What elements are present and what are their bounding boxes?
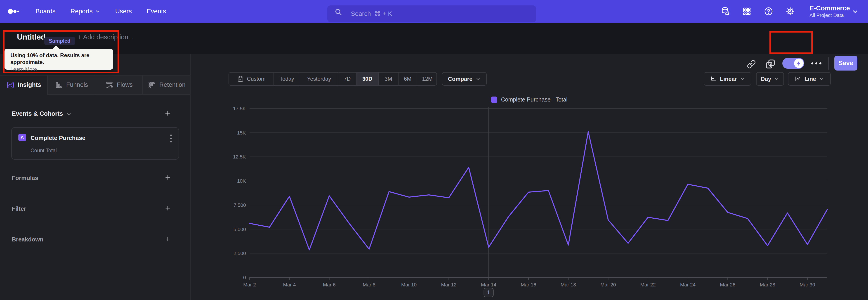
apps-grid-icon[interactable] xyxy=(742,6,752,16)
settings-gear-icon[interactable] xyxy=(785,6,795,16)
sampling-tooltip: Using 10% of data. Results are approxima… xyxy=(4,49,113,70)
sidebar-section-breakdown: Breakdown xyxy=(0,235,191,244)
add-filter-button[interactable] xyxy=(164,204,172,212)
nav-item-reports[interactable]: Reports xyxy=(70,8,100,15)
query-builder-sidebar: InsightsFunnelsFlowsRetention Events & C… xyxy=(0,54,191,300)
legend-swatch xyxy=(491,96,497,103)
settings-gear-icon-button[interactable] xyxy=(785,6,795,16)
y-tick-label: 0 xyxy=(243,275,246,280)
project-chevron-down-icon[interactable] xyxy=(852,8,859,16)
add-description-field[interactable]: + Add description... xyxy=(78,33,133,41)
x-tick-label: Mar 14 xyxy=(481,282,496,288)
event-series-badge: A xyxy=(18,133,26,141)
data-management-icon-button[interactable] xyxy=(720,6,730,16)
y-tick-label: 17.5K xyxy=(233,106,246,112)
nav-item-users[interactable]: Users xyxy=(115,8,132,15)
x-tick-label: Mar 24 xyxy=(680,282,695,288)
x-tick-label: Mar 4 xyxy=(283,282,296,288)
chart-type-dropdown[interactable]: Line xyxy=(788,72,831,86)
x-tick-label: Mar 30 xyxy=(800,282,815,288)
project-scope: All Project Data xyxy=(809,12,850,19)
legend-series-label: Complete Purchase - Total xyxy=(501,96,567,103)
interval-dropdown[interactable]: Day xyxy=(756,72,784,86)
insights-icon xyxy=(6,81,15,89)
tab-retention[interactable]: Retention xyxy=(143,76,190,95)
date-range-control: CustomTodayYesterday7D30D3M6M12M xyxy=(228,72,437,86)
line-chart-icon xyxy=(795,76,801,82)
event-options-button[interactable] xyxy=(169,133,173,143)
insights-report-page: BoardsReportsUsersEvents E-Commerce All … xyxy=(0,0,868,300)
funnels-icon xyxy=(55,81,63,89)
nav-item-boards[interactable]: Boards xyxy=(35,8,56,15)
y-tick-label: 5,000 xyxy=(234,227,246,232)
x-tick-label: Mar 20 xyxy=(600,282,616,288)
mixpanel-logo-icon[interactable] xyxy=(8,0,24,23)
chart-panel: CustomTodayYesterday7D30D3M6M12M Compare… xyxy=(191,54,868,300)
tab-insights[interactable]: Insights xyxy=(0,76,47,95)
nav-menu: BoardsReportsUsersEvents xyxy=(35,0,166,23)
chevron-down-icon xyxy=(819,77,824,81)
tab-flows[interactable]: Flows xyxy=(95,76,143,95)
compare-dropdown[interactable]: Compare xyxy=(442,72,487,86)
x-tick-label: Mar 16 xyxy=(521,282,536,288)
event-card-complete-purchase[interactable]: A Complete Purchase Count Total xyxy=(11,127,179,160)
range-today[interactable]: Today xyxy=(274,72,300,85)
help-icon-button[interactable] xyxy=(764,6,774,16)
y-tick-label: 15K xyxy=(237,130,246,136)
range-12m[interactable]: 12M xyxy=(417,72,437,85)
project-name: E-Commerce xyxy=(809,4,850,12)
range-yesterday[interactable]: Yesterday xyxy=(300,72,338,85)
linear-axis-icon xyxy=(710,76,717,82)
x-tick-label: Mar 26 xyxy=(720,282,735,288)
line-chart[interactable]: Mar 2Mar 4Mar 6Mar 8Mar 10Mar 12Mar 14Ma… xyxy=(191,106,868,300)
y-tick-label: 7,500 xyxy=(234,202,246,208)
x-tick-label: Mar 22 xyxy=(640,282,656,288)
x-tick-label: Mar 6 xyxy=(323,282,336,288)
x-tick-label: Mar 2 xyxy=(243,282,256,288)
x-tick-label: Mar 8 xyxy=(363,282,375,288)
range-3m[interactable]: 3M xyxy=(378,72,398,85)
sidebar-section-formulas: Formulas xyxy=(0,174,191,183)
chevron-down-icon xyxy=(475,77,480,81)
tab-funnels[interactable]: Funnels xyxy=(47,76,95,95)
chart-legend[interactable]: Complete Purchase - Total xyxy=(191,96,868,103)
add-event-button[interactable] xyxy=(164,110,172,117)
chevron-down-icon xyxy=(740,77,745,81)
x-tick-label: Mar 12 xyxy=(441,282,456,288)
report-title-bar: Untitled Sampled + Add description... xyxy=(0,23,868,54)
help-icon[interactable] xyxy=(764,6,774,16)
nav-item-events[interactable]: Events xyxy=(147,8,166,15)
events-cohorts-label[interactable]: Events & Cohorts xyxy=(12,110,72,117)
top-navbar: BoardsReportsUsersEvents E-Commerce All … xyxy=(0,0,868,23)
scale-dropdown[interactable]: Linear xyxy=(704,72,751,86)
project-selector[interactable]: E-Commerce All Project Data xyxy=(809,0,850,23)
chevron-down-icon xyxy=(95,8,100,14)
events-cohorts-header: Events & Cohorts xyxy=(0,110,191,119)
sampling-tooltip-text: Using 10% of data. Results are approxima… xyxy=(10,52,113,65)
retention-icon xyxy=(148,81,156,89)
sampled-badge[interactable]: Sampled xyxy=(44,37,75,45)
range-7d[interactable]: 7D xyxy=(338,72,356,85)
chevron-down-icon xyxy=(66,111,72,117)
event-metric[interactable]: Count Total xyxy=(31,148,57,154)
report-type-tabs: InsightsFunnelsFlowsRetention xyxy=(0,75,190,95)
search-input[interactable] xyxy=(327,5,536,22)
series-line[interactable] xyxy=(250,131,827,250)
y-tick-label: 2,500 xyxy=(234,250,246,256)
x-tick-label: Mar 28 xyxy=(760,282,775,288)
apps-grid-icon-button[interactable] xyxy=(742,6,752,16)
annotation-badge-label: 1 xyxy=(487,289,490,296)
range-30d[interactable]: 30D xyxy=(356,72,378,85)
range-custom[interactable]: Custom xyxy=(229,72,274,85)
sidebar-section-filter: Filter xyxy=(0,204,191,213)
flows-icon xyxy=(105,81,114,89)
add-formulas-button[interactable] xyxy=(164,174,172,181)
learn-more-link[interactable]: Learn More xyxy=(10,65,37,73)
add-breakdown-button[interactable] xyxy=(164,235,172,243)
report-title[interactable]: Untitled xyxy=(17,33,46,41)
search-icon xyxy=(334,8,343,17)
calendar-icon xyxy=(237,75,244,83)
data-management-icon[interactable] xyxy=(720,6,730,16)
range-6m[interactable]: 6M xyxy=(398,72,417,85)
y-tick-label: 12.5K xyxy=(233,154,246,160)
